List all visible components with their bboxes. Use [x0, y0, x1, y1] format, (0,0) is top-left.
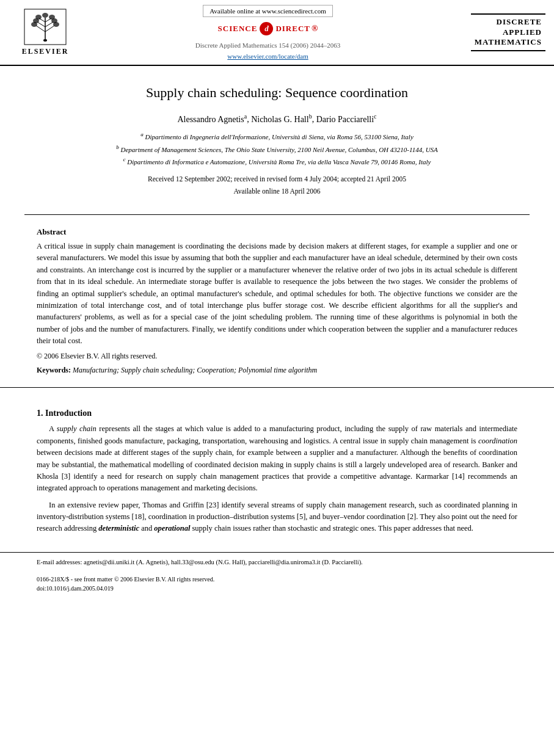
abstract-section: Abstract A critical issue in supply chai… [0, 221, 554, 381]
supply-chain-italic: supply chain [57, 424, 97, 433]
intro-para-2: In an extensive review paper, Thomas and… [37, 500, 517, 535]
deterministic-bold-italic: deterministic [98, 524, 139, 532]
footer-section: E-mail addresses: agnetis@dii.uniki.it (… [0, 552, 554, 571]
abstract-title: Abstract [37, 227, 517, 237]
journal-name-line3: MATHEMATICS [475, 37, 542, 48]
svg-point-13 [49, 15, 55, 20]
header: ELSEVIER Available online at www.science… [0, 0, 554, 66]
journal-name-line1: DISCRETE [475, 17, 542, 27]
received-text: Received 12 September 2002; received in … [37, 173, 517, 186]
journal-info: Discrete Applied Mathematics 154 (2006) … [195, 42, 340, 49]
affiliations: a Dipartimento di Ingegneria dell'Inform… [37, 130, 517, 167]
header-center: Available online at www.sciencedirect.co… [82, 5, 454, 60]
doi-line: doi:10.1016/j.dam.2005.04.019 [37, 584, 517, 593]
issn-line: 0166-218X/$ - see front matter © 2006 El… [37, 575, 517, 584]
sciencedirect-logo: SCIENCE d DIRECT ® [218, 22, 318, 35]
elsevier-tree-icon [24, 9, 67, 45]
abstract-divider [0, 387, 554, 388]
svg-point-15 [43, 39, 47, 42]
section-heading: Introduction [45, 409, 92, 418]
available-online-date: Available online 18 April 2006 [37, 186, 517, 198]
coordination-italic: coordination [478, 437, 517, 445]
author-b-name: , Nicholas G. Hall [247, 114, 308, 123]
title-divider [24, 214, 530, 215]
dates-section: Received 12 September 2002; received in … [37, 173, 517, 197]
available-online-text: Available online at www.sciencedirect.co… [210, 7, 326, 15]
svg-line-6 [45, 22, 53, 27]
abstract-body: A critical issue in supply chain managem… [37, 242, 517, 345]
elsevier-label: ELSEVIER [22, 47, 69, 56]
email-footnote: E-mail addresses: agnetis@dii.uniki.it (… [37, 558, 517, 567]
copyright-line: © 2006 Elsevier B.V. All rights reserved… [37, 352, 517, 361]
sd-direct-text: DIRECT [275, 24, 310, 34]
intro-para-1: A supply chain represents all the stages… [37, 423, 517, 494]
sd-registered-icon: ® [312, 24, 318, 34]
affil-a: a Dipartimento di Ingegneria dell'Inform… [37, 130, 517, 142]
svg-line-2 [36, 26, 45, 32]
sd-science-text: SCIENCE [218, 24, 258, 34]
author-c-name: , Dario Pacciarelli [312, 114, 374, 123]
svg-line-3 [37, 22, 45, 27]
elsevier-url[interactable]: www.elsevier.com/locate/dam [227, 53, 308, 60]
affil-c: c Dipartimento di Informatica e Automazi… [37, 155, 517, 167]
journal-name-box: DISCRETE APPLIED MATHEMATICS [471, 13, 545, 52]
authors: Alessandro Agnetisa, Nicholas G. Hallb, … [37, 113, 517, 125]
svg-line-5 [45, 26, 54, 32]
available-online-box: Available online at www.sciencedirect.co… [203, 5, 333, 17]
header-right: DISCRETE APPLIED MATHEMATICS [454, 5, 545, 60]
sd-icon: d [260, 22, 273, 35]
keywords-text: Manufacturing; Supply chain scheduling; … [73, 366, 317, 374]
elsevier-logo: ELSEVIER [22, 9, 69, 56]
svg-point-10 [35, 15, 42, 20]
keywords-label: Keywords: [37, 366, 71, 374]
affil-b: b Department of Management Sciences, The… [37, 143, 517, 155]
author-a-name: Alessandro Agnetis [177, 114, 244, 123]
title-section: Supply chain scheduling: Sequence coordi… [0, 66, 554, 208]
introduction-body: A supply chain represents all the stages… [37, 423, 517, 534]
elsevier-logo-area: ELSEVIER [9, 5, 82, 60]
svg-point-14 [42, 13, 48, 18]
section-number: 1. [37, 409, 43, 418]
paper-title: Supply chain scheduling: Sequence coordi… [37, 84, 517, 102]
author-c-sup: c [374, 113, 376, 120]
page: ELSEVIER Available online at www.science… [0, 0, 554, 756]
abstract-text: A critical issue in supply chain managem… [37, 241, 517, 347]
section-title-introduction: 1. Introduction [37, 409, 517, 418]
keywords-line: Keywords: Manufacturing; Supply chain sc… [37, 366, 517, 375]
footer-bottom: 0166-218X/$ - see front matter © 2006 El… [0, 571, 554, 595]
operational-bold-italic: operational [154, 524, 190, 532]
journal-name-line2: APPLIED [475, 27, 542, 38]
introduction-section: 1. Introduction A supply chain represent… [0, 394, 554, 545]
